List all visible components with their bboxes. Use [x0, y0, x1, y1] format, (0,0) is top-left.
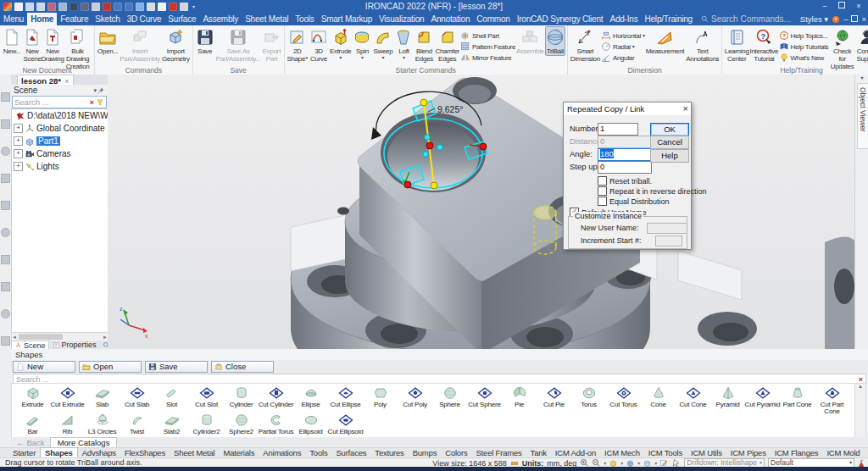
help-tutorials-button[interactable]: Help Tutorials: [779, 42, 829, 52]
shape-partial-torus[interactable]: Partial Torus: [259, 411, 293, 438]
smart-dimension-button[interactable]: Smart Dimension: [570, 26, 601, 63]
menu-tab-home[interactable]: Home: [27, 13, 57, 25]
shape-slab[interactable]: Slab: [85, 384, 120, 411]
shape-bar[interactable]: Bar: [15, 411, 50, 438]
new-document-icon[interactable]: [14, 3, 23, 11]
open-file-icon[interactable]: [58, 3, 67, 11]
save-file-icon[interactable]: [70, 3, 78, 11]
collapse-strip-icon[interactable]: ▾: [855, 75, 868, 80]
ellipsis-icon[interactable]: [1, 174, 10, 183]
shape-cut-pie[interactable]: Cut Pie: [537, 384, 571, 411]
open-button[interactable]: Open...: [97, 26, 119, 55]
horizontal-button[interactable]: Horizontal▾: [601, 30, 645, 41]
menu-tab-common[interactable]: Common: [473, 13, 513, 25]
pin-note-icon[interactable]: [103, 3, 111, 11]
radial-button[interactable]: Radial▾: [601, 42, 645, 52]
hook-icon[interactable]: [1, 255, 10, 264]
angle-input[interactable]: 180: [598, 148, 652, 161]
contact-support-button[interactable]: Contact Support: [856, 26, 868, 63]
scroll-left-icon[interactable]: ◄: [12, 335, 17, 340]
learning-center-button[interactable]: Learning Center: [724, 26, 749, 63]
text-annotations-button[interactable]: Text Annotations: [685, 26, 720, 63]
measurement-button[interactable]: Measurement: [645, 26, 686, 55]
spray-markup-icon[interactable]: [92, 3, 100, 11]
ring-icon[interactable]: [1, 336, 10, 346]
catalog-close-button[interactable]: Close: [211, 361, 274, 373]
spin-button[interactable]: Spin▾: [352, 26, 372, 60]
help-button[interactable]: Help: [650, 149, 689, 163]
shape-cut-cylinder[interactable]: Cut Cylinder: [259, 384, 293, 411]
expand-icon[interactable]: +: [14, 149, 23, 158]
menu-tab-sheet-metal[interactable]: Sheet Metal: [242, 13, 292, 25]
document-close-icon[interactable]: ×: [64, 76, 70, 86]
menu-restore-button[interactable]: [851, 14, 858, 24]
shape-part-cone[interactable]: Part Cone: [780, 384, 815, 411]
catalog-new-button[interactable]: New: [13, 361, 75, 373]
catalog-save-button[interactable]: Save: [145, 361, 208, 373]
minimize-button[interactable]: –: [817, 1, 832, 12]
menu-tab-sketch[interactable]: Sketch: [92, 13, 123, 25]
filter-icon[interactable]: [96, 98, 104, 107]
triball-button[interactable]: TriBall: [545, 26, 565, 56]
dialog-close-icon[interactable]: ×: [683, 103, 688, 114]
shape-poly[interactable]: Poly: [363, 384, 398, 411]
new-drawing-icon[interactable]: [36, 3, 45, 11]
pattern-feature-button[interactable]: Pattern Feature: [460, 42, 515, 52]
menu-tab-annotation[interactable]: Annotation: [427, 13, 473, 25]
sweep-button[interactable]: Sweep▾: [372, 26, 393, 60]
checkbox-icon[interactable]: [598, 197, 607, 206]
step-up-input[interactable]: 0: [598, 161, 652, 174]
shape-sphere[interactable]: Sphere: [432, 384, 467, 411]
tree-item-part1[interactable]: +Part1: [12, 135, 108, 147]
expand-icon[interactable]: +: [14, 124, 23, 133]
scroll-thumb[interactable]: [19, 334, 63, 340]
render-sphere-icon[interactable]: [136, 3, 144, 11]
tree-item-cameras[interactable]: +Cameras: [12, 147, 108, 160]
panel-tab-properties[interactable]: Properties: [50, 341, 99, 349]
extrude-button[interactable]: Extrude▾: [329, 26, 352, 60]
3d-curve-button[interactable]: 3D Curve: [309, 26, 329, 63]
menu-minimize-button[interactable]: –: [843, 14, 848, 24]
equal-distribution-checkbox[interactable]: Equal Distribution: [598, 197, 670, 206]
shell-part-button[interactable]: Shell Part: [460, 30, 515, 41]
close-button[interactable]: ×: [851, 1, 866, 12]
menu-tab-help-training[interactable]: Help/Training: [641, 13, 696, 25]
interactive-tutorial-button[interactable]: ?Interactive Tutorial: [749, 26, 779, 63]
beaker-icon[interactable]: [858, 459, 866, 468]
shape-cut-extrude[interactable]: Cut Extrude: [50, 384, 85, 411]
new-drawing-button[interactable]: New Drawing: [42, 26, 63, 63]
panel-tab-scene[interactable]: Scene: [11, 341, 49, 349]
menu-tab-smart-markup[interactable]: Smart Markup: [318, 13, 376, 25]
shape-rib[interactable]: Rib: [50, 411, 85, 438]
wrench-icon[interactable]: [1, 201, 10, 210]
shape-ellipsoid[interactable]: Ellipsoid: [293, 411, 328, 438]
shape-cut-cone[interactable]: Cut Cone: [676, 384, 710, 411]
checkbox-icon[interactable]: [598, 176, 607, 186]
viewport-3d[interactable]: 9.625° x z: [108, 75, 854, 349]
shape-cut-ellipse[interactable]: Cut Ellipse: [328, 384, 363, 411]
shape-cut-slot[interactable]: Cut Slot: [189, 384, 224, 411]
repeat-it-in-reverse-direction-checkbox[interactable]: Repeat it in reverse direction: [598, 186, 707, 196]
redo-icon[interactable]: [125, 3, 133, 11]
shape-sphere2[interactable]: Sphere2: [224, 411, 259, 438]
page-panel-icon[interactable]: [158, 3, 166, 11]
shape-torus[interactable]: Torus: [571, 384, 606, 411]
shape-cut-poly[interactable]: Cut Poly: [398, 384, 432, 411]
menu-tab-feature[interactable]: Feature: [57, 13, 92, 25]
styles-dropdown[interactable]: Styles ▾: [800, 14, 828, 24]
folder-icon[interactable]: [1, 92, 10, 102]
new-scene-button[interactable]: New Scene: [22, 26, 42, 63]
tree-item-global-coordinate-system[interactable]: +Global Coordinate System: [12, 122, 108, 135]
triangle-icon[interactable]: [1, 282, 10, 291]
check-for-updates-button[interactable]: Check for Updates: [828, 26, 856, 70]
save-all-icon[interactable]: [81, 3, 89, 11]
shape-cut-torus[interactable]: Cut Torus: [606, 384, 641, 411]
shape-cut-pyramid[interactable]: Cut Pyramid: [745, 384, 780, 411]
tree-item-lights[interactable]: +Lights: [12, 160, 108, 173]
feedback-chat-icon[interactable]: [169, 3, 177, 11]
chamfer-edges-button[interactable]: Chamfer Edges: [434, 26, 460, 63]
save-button[interactable]: Save: [195, 26, 215, 55]
qat-more-icon[interactable]: ▾: [192, 3, 195, 9]
menu-close-button[interactable]: ×: [861, 14, 866, 24]
ok-button[interactable]: OK: [650, 123, 689, 136]
